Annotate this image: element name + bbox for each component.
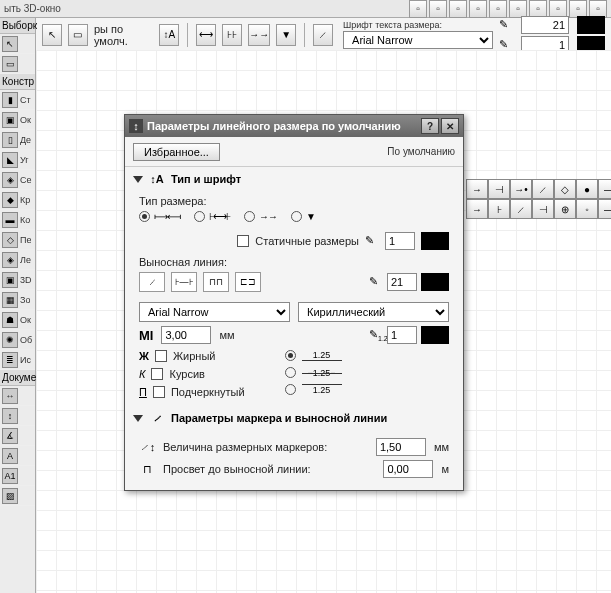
dimtype-4-icon[interactable]: ▼	[276, 24, 296, 46]
tool-mesh[interactable]: ◈Се	[0, 170, 35, 190]
dimtype-radio-3[interactable]: →→	[244, 211, 277, 222]
size-unit: мм	[219, 329, 234, 341]
dim-settings-icon[interactable]: ↕A	[159, 24, 179, 46]
font-script-select[interactable]: Кириллический	[298, 302, 449, 322]
tool-corner[interactable]: ◣Уг	[0, 150, 35, 170]
witness-pen-input[interactable]	[387, 273, 417, 291]
marker2-4-icon[interactable]: ⊣	[532, 199, 554, 219]
dimtype-radio-4[interactable]: ▼	[291, 211, 315, 222]
dialog-icon: ↕	[129, 119, 143, 133]
dimtype-2-icon[interactable]: ⊦⊦	[222, 24, 242, 46]
marker2-6-icon[interactable]: ◦	[576, 199, 598, 219]
marker-size-input[interactable]	[376, 438, 426, 456]
bold-label: Жирный	[173, 350, 216, 362]
pen-icon: ✎1.25	[369, 328, 383, 342]
witness-type-2-icon[interactable]: ⊦—⊦	[171, 272, 197, 292]
marquee-tool-icon[interactable]: ▭	[68, 24, 88, 46]
tool-roof[interactable]: ◆Кр	[0, 190, 35, 210]
marker2-3-icon[interactable]: ⟋	[510, 199, 532, 219]
dimtype-radio-2[interactable]: ⊦⟷⊦	[194, 211, 230, 222]
dim-type-radios: ⟼⟻ ⊦⟷⊦ →→ ▼	[139, 211, 449, 222]
static-checkbox[interactable]	[237, 235, 249, 247]
tool-zone[interactable]: ▦Зо	[0, 290, 35, 310]
tool-dim-angle[interactable]: ∡	[0, 426, 35, 446]
tool-text[interactable]: A	[0, 446, 35, 466]
bold-checkbox[interactable]	[155, 350, 167, 362]
witness-pen-swatch[interactable]	[421, 273, 449, 291]
marker-arrow-r-icon[interactable]: →	[466, 179, 488, 199]
dimtype-1-icon[interactable]: ⟷	[196, 24, 216, 46]
dimension-settings-dialog: ↕ Параметры линейного размера по умолчан…	[124, 114, 464, 491]
default-link[interactable]: По умолчанию	[387, 146, 455, 157]
witness-type-1-icon[interactable]: ⟋	[139, 272, 165, 292]
underline-label: Подчеркнутый	[171, 386, 245, 398]
tool-column[interactable]: ▬Ко	[0, 210, 35, 230]
witness-type-4-icon[interactable]: ⊏⊐	[235, 272, 261, 292]
marker-dot-icon[interactable]: →•	[510, 179, 532, 199]
tool-label[interactable]: A1	[0, 466, 35, 486]
tool-door[interactable]: ▯Де	[0, 130, 35, 150]
collapse-icon	[133, 176, 143, 183]
pen-icon: ✎	[499, 18, 513, 32]
section-marker-witness[interactable]: ⟋ Параметры маркера и выносной линии	[125, 406, 463, 430]
marker2-7-icon[interactable]: —	[598, 199, 611, 219]
marker2-1-icon[interactable]: →	[466, 199, 488, 219]
top-tool-1[interactable]: ▫	[409, 0, 427, 18]
section-type-font[interactable]: ↕A Тип и шрифт	[125, 167, 463, 191]
pen1-swatch[interactable]	[577, 16, 605, 34]
frame-radio-3[interactable]	[285, 384, 296, 395]
witness-type-3-icon[interactable]: ⊓⊓	[203, 272, 229, 292]
italic-checkbox[interactable]	[151, 368, 163, 380]
tool-slab[interactable]: ◈Ле	[0, 250, 35, 270]
underline-checkbox[interactable]	[153, 386, 165, 398]
favorites-button[interactable]: Избранное...	[133, 143, 220, 161]
marker-none-icon[interactable]: —	[598, 179, 611, 199]
close-button[interactable]: ✕	[441, 118, 459, 134]
tool-lamp[interactable]: ✺Об	[0, 330, 35, 350]
dimtype-3-icon[interactable]: →→	[248, 24, 270, 46]
top-tool-3[interactable]: ▫	[449, 0, 467, 18]
panel-tab-document[interactable]: Докуме	[0, 370, 35, 386]
tool-window[interactable]: ▣Ок	[0, 110, 35, 130]
tool-3d[interactable]: ▣3D	[0, 270, 35, 290]
marker2-2-icon[interactable]: ⊦	[488, 199, 510, 219]
static-pen-input[interactable]	[385, 232, 415, 250]
dimtype-radio-1[interactable]: ⟼⟻	[139, 211, 180, 222]
tool-marquee[interactable]: ▭	[0, 54, 35, 74]
frame-radio-1[interactable]	[285, 350, 296, 361]
tool-beam[interactable]: ◇Пе	[0, 230, 35, 250]
dialog-titlebar[interactable]: ↕ Параметры линейного размера по умолчан…	[125, 115, 463, 137]
tool-wall[interactable]: ▮Ст	[0, 90, 35, 110]
dialog-title: Параметры линейного размера по умолчанию	[147, 120, 401, 132]
text-pen-input[interactable]	[387, 326, 417, 344]
arrow-tool-icon[interactable]: ↖	[42, 24, 62, 46]
marker2-5-icon[interactable]: ⊕	[554, 199, 576, 219]
tool-arrow[interactable]: ↖	[0, 34, 35, 54]
pen1-input[interactable]	[521, 16, 569, 34]
default-label: ры по умолч.	[94, 23, 153, 47]
font-select[interactable]: Arial Narrow	[343, 31, 493, 49]
tool-dim-linear[interactable]: ↔	[0, 386, 35, 406]
witness-toggle-icon[interactable]: ⟋	[313, 24, 333, 46]
text-size-input[interactable]	[161, 326, 211, 344]
marker-strip-1: → ⊣ →• ⟋ ◇ ● —	[466, 179, 611, 199]
tool-dim-level[interactable]: ↕	[0, 406, 35, 426]
help-button[interactable]: ?	[421, 118, 439, 134]
top-tool-2[interactable]: ▫	[429, 0, 447, 18]
tool-stair[interactable]: ≣Ис	[0, 350, 35, 370]
top-tool-4[interactable]: ▫	[469, 0, 487, 18]
marker-diamond-icon[interactable]: ◇	[554, 179, 576, 199]
frame-radio-2[interactable]	[285, 367, 296, 378]
type-label: Тип размера:	[139, 195, 449, 207]
marker-circle-icon[interactable]: ●	[576, 179, 598, 199]
static-pen-swatch[interactable]	[421, 232, 449, 250]
tool-object[interactable]: ☗Ок	[0, 310, 35, 330]
text-pen-swatch[interactable]	[421, 326, 449, 344]
marker-slash-icon[interactable]: ⟋	[532, 179, 554, 199]
tool-fill[interactable]: ▨	[0, 486, 35, 506]
panel-tab-construct[interactable]: Констр	[0, 74, 35, 90]
gap-input[interactable]	[383, 460, 433, 478]
panel-tab-select[interactable]: Выборк	[0, 18, 35, 34]
font-family-select[interactable]: Arial Narrow	[139, 302, 290, 322]
marker-tick-icon[interactable]: ⊣	[488, 179, 510, 199]
